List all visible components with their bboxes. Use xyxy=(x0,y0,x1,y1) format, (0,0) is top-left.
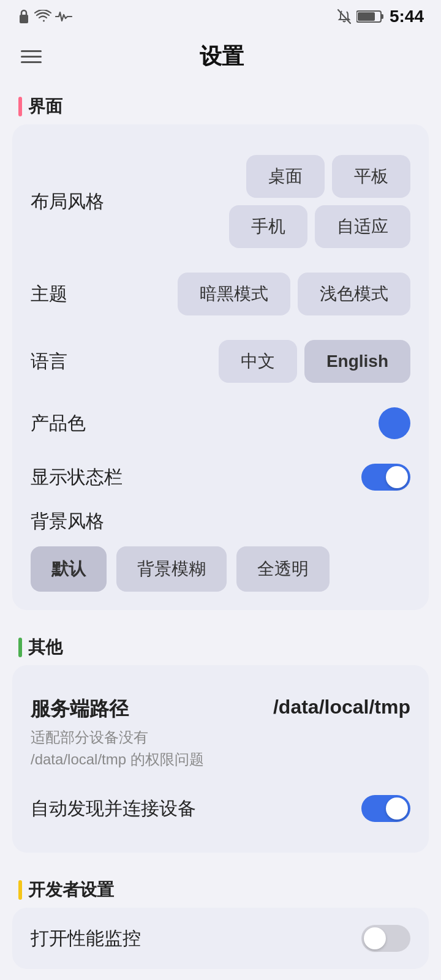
layout-desktop-btn[interactable]: 桌面 xyxy=(246,155,325,198)
perf-monitor-toggle[interactable] xyxy=(361,925,410,952)
theme-btn-group: 暗黑模式 浅色模式 xyxy=(178,273,410,315)
status-bar: 5:44 xyxy=(0,0,441,31)
product-color-picker[interactable] xyxy=(379,407,410,439)
theme-row: 主题 暗黑模式 浅色模式 xyxy=(31,260,410,328)
other-card: 服务端路径 适配部分设备没有/data/local/tmp 的权限问题 /dat… xyxy=(12,665,429,853)
show-status-bar-row: 显示状态栏 xyxy=(31,451,410,503)
svg-rect-3 xyxy=(358,12,375,21)
layout-style-control: 桌面 平板 手机 自适应 xyxy=(229,155,410,248)
layout-tablet-btn[interactable]: 平板 xyxy=(332,155,410,198)
bg-style-section: 背景风格 默认 背景模糊 全透明 xyxy=(31,503,410,592)
server-path-left: 服务端路径 适配部分设备没有/data/local/tmp 的权限问题 xyxy=(31,696,204,771)
developer-section-header: 开发者设置 xyxy=(0,867,441,908)
language-english-btn[interactable]: English xyxy=(304,340,410,383)
language-row: 语言 中文 English xyxy=(31,328,410,395)
language-label: 语言 xyxy=(31,349,67,374)
perf-monitor-label: 打开性能监控 xyxy=(31,926,141,951)
wifi-icon xyxy=(34,10,51,23)
bg-btn-group: 默认 背景模糊 全透明 xyxy=(31,546,410,592)
status-time: 5:44 xyxy=(390,7,424,26)
menu-button[interactable] xyxy=(18,48,44,66)
layout-style-row: 布局风格 桌面 平板 手机 自适应 xyxy=(31,143,410,260)
product-color-label: 产品色 xyxy=(31,411,86,436)
status-left xyxy=(17,9,72,24)
toggle-knob-perf xyxy=(364,927,386,949)
server-path-title: 服务端路径 xyxy=(31,696,204,723)
developer-label: 开发者设置 xyxy=(28,878,114,902)
page-title: 设置 xyxy=(44,42,399,72)
svg-rect-2 xyxy=(381,14,383,19)
health-icon xyxy=(55,10,72,23)
other-section-header: 其他 xyxy=(0,625,441,665)
show-status-bar-toggle[interactable] xyxy=(361,464,410,491)
toggle-knob-auto xyxy=(386,797,408,820)
perf-monitor-row: 打开性能监控 xyxy=(12,908,429,969)
bg-default-btn[interactable]: 默认 xyxy=(31,546,107,592)
server-path-value: /data/local/tmp xyxy=(273,696,410,718)
product-color-row: 产品色 xyxy=(31,395,410,451)
theme-label: 主题 xyxy=(31,282,67,307)
theme-light-btn[interactable]: 浅色模式 xyxy=(298,273,410,315)
interface-dot xyxy=(18,97,22,116)
battery-icon xyxy=(356,9,385,24)
bg-style-label: 背景风格 xyxy=(31,509,410,534)
language-btn-group: 中文 English xyxy=(219,340,410,383)
layout-phone-btn[interactable]: 手机 xyxy=(229,205,307,248)
other-dot xyxy=(18,638,22,657)
layout-adaptive-btn[interactable]: 自适应 xyxy=(315,205,410,248)
security-icon xyxy=(17,9,31,24)
auto-discover-label: 自动发现并连接设备 xyxy=(31,796,196,821)
layout-style-label: 布局风格 xyxy=(31,189,104,214)
toggle-knob xyxy=(386,466,408,488)
auto-discover-toggle[interactable] xyxy=(361,795,410,822)
auto-discover-row: 自动发现并连接设备 xyxy=(31,783,410,834)
bg-blur-btn[interactable]: 背景模糊 xyxy=(116,546,227,592)
server-path-row: 服务端路径 适配部分设备没有/data/local/tmp 的权限问题 /dat… xyxy=(31,684,410,783)
interface-label: 界面 xyxy=(28,95,62,118)
interface-section-header: 界面 xyxy=(0,84,441,124)
developer-dot xyxy=(18,880,22,900)
interface-card: 布局风格 桌面 平板 手机 自适应 主题 暗黑模式 浅色模式 语言 中文 Eng… xyxy=(12,124,429,610)
server-path-desc: 适配部分设备没有/data/local/tmp 的权限问题 xyxy=(31,726,204,771)
theme-dark-btn[interactable]: 暗黑模式 xyxy=(178,273,290,315)
other-label: 其他 xyxy=(28,636,62,659)
show-status-bar-label: 显示状态栏 xyxy=(31,465,123,490)
header: 设置 xyxy=(0,31,441,84)
status-right: 5:44 xyxy=(337,7,424,26)
svg-rect-0 xyxy=(20,15,28,23)
language-chinese-btn[interactable]: 中文 xyxy=(219,340,297,383)
bg-transparent-btn[interactable]: 全透明 xyxy=(236,546,330,592)
layout-style-row2: 手机 自适应 xyxy=(229,205,410,248)
bell-mute-icon xyxy=(337,9,352,24)
layout-style-row1: 桌面 平板 xyxy=(229,155,410,198)
server-path-content: 服务端路径 适配部分设备没有/data/local/tmp 的权限问题 /dat… xyxy=(31,696,410,771)
